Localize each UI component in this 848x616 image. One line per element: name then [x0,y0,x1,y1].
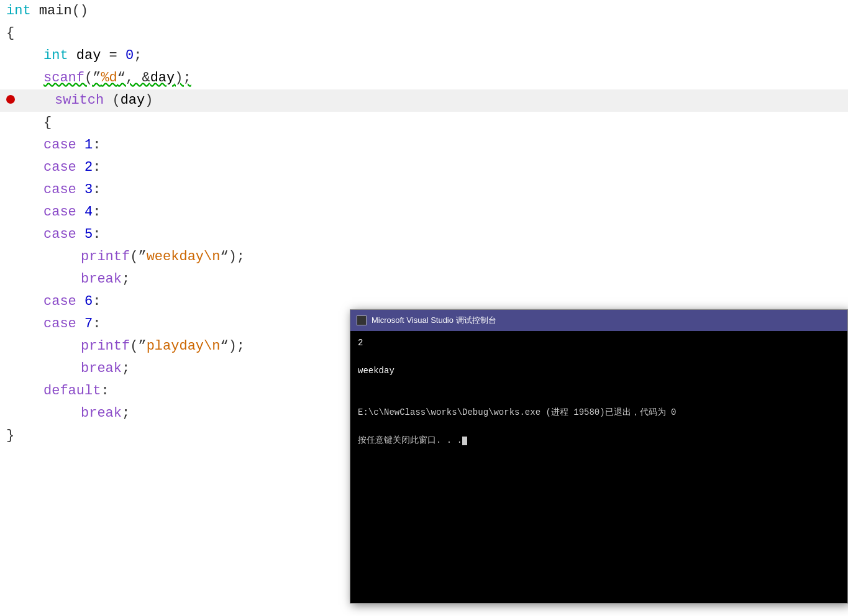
code-line-4: scanf(”%d“, &day); [0,67,848,89]
breakpoint-indicator [6,95,15,104]
code-line-10: case 4: [0,201,848,224]
code-line-11: case 5: [0,224,848,246]
console-body: 2 weekday E:\c\NewClass\works\Debug\work… [350,331,847,603]
code-line-6: { [0,112,848,134]
code-line-13: break; [0,268,848,291]
code-line-9: case 3: [0,179,848,201]
console-titlebar: Microsoft Visual Studio 调试控制台 [350,310,847,331]
console-window[interactable]: Microsoft Visual Studio 调试控制台 2 weekday … [350,309,848,604]
console-line-4: 按任意键关闭此窗口. . . [358,433,840,447]
code-line-7: case 1: [0,134,848,156]
console-line-2: weekday [358,364,840,378]
console-line-3: E:\c\NewClass\works\Debug\works.exe (进程 … [358,405,840,419]
code-line-1: int main() [0,0,848,22]
console-line-1: 2 [358,336,840,350]
code-line-2: { [0,22,848,45]
code-line-12: printf(”weekday\n“); [0,246,848,268]
code-line-8: case 2: [0,156,848,179]
console-app-icon [357,315,367,325]
code-line-3: int day = 0; [0,45,848,67]
console-title: Microsoft Visual Studio 调试控制台 [372,315,496,326]
code-line-5: switch (day) [0,89,848,112]
